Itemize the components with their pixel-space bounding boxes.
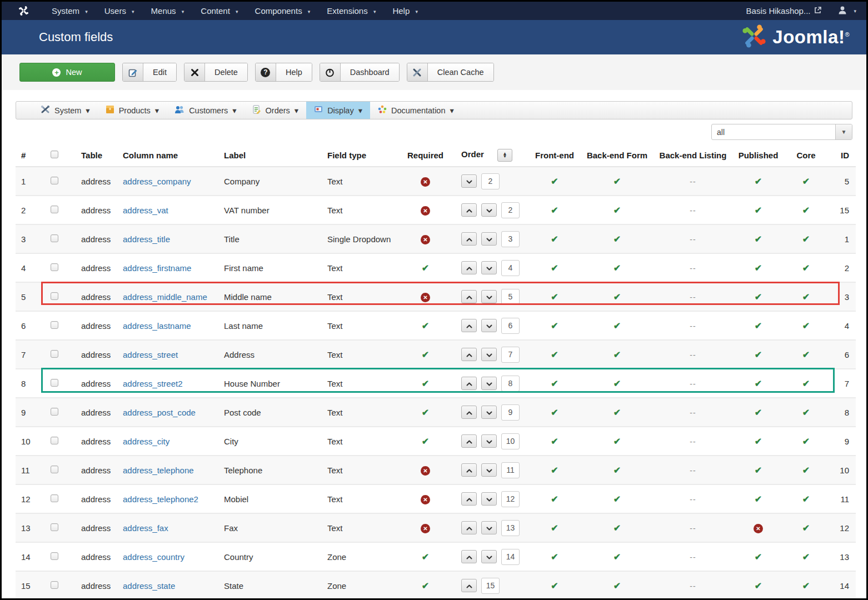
- required-x-circle-icon[interactable]: ✕: [421, 235, 430, 244]
- published-check-icon[interactable]: ✔: [755, 466, 762, 475]
- order-up-button[interactable]: [461, 261, 477, 274]
- row-checkbox[interactable]: [51, 581, 58, 589]
- published-check-icon[interactable]: ✔: [755, 263, 762, 273]
- back-end-form-check-icon[interactable]: ✔: [613, 206, 621, 215]
- menu-components[interactable]: Components ▾: [247, 6, 319, 16]
- front-end-check-icon[interactable]: ✔: [551, 321, 558, 331]
- published-check-icon[interactable]: ✔: [755, 552, 762, 562]
- required-check-icon[interactable]: ✔: [422, 408, 429, 417]
- clean-cache-button[interactable]: Clean Cache: [407, 63, 494, 82]
- row-checkbox[interactable]: [51, 321, 58, 329]
- row-checkbox[interactable]: [51, 379, 58, 387]
- order-input[interactable]: [501, 318, 520, 334]
- column-name-link[interactable]: address_telephone2: [123, 494, 198, 504]
- row-checkbox[interactable]: [51, 206, 58, 213]
- edit-button[interactable]: Edit: [122, 63, 177, 82]
- published-check-icon[interactable]: ✔: [755, 292, 762, 302]
- order-input[interactable]: [501, 404, 520, 421]
- order-input[interactable]: [501, 202, 520, 218]
- order-input[interactable]: [501, 260, 520, 276]
- order-input[interactable]: [501, 433, 520, 449]
- front-end-check-icon[interactable]: ✔: [551, 263, 558, 273]
- back-end-form-check-icon[interactable]: ✔: [613, 523, 621, 533]
- back-end-form-check-icon[interactable]: ✔: [613, 552, 621, 562]
- front-end-check-icon[interactable]: ✔: [551, 379, 558, 388]
- order-input[interactable]: [501, 462, 520, 478]
- order-up-button[interactable]: [461, 406, 477, 419]
- required-check-icon[interactable]: ✔: [422, 437, 429, 446]
- row-checkbox[interactable]: [51, 552, 58, 560]
- back-end-form-check-icon[interactable]: ✔: [613, 437, 621, 446]
- order-up-button[interactable]: [461, 521, 477, 534]
- row-checkbox[interactable]: [51, 494, 58, 502]
- row-checkbox[interactable]: [51, 466, 58, 473]
- required-x-circle-icon[interactable]: ✕: [421, 495, 430, 504]
- order-down-button[interactable]: [481, 377, 497, 390]
- column-name-link[interactable]: address_company: [123, 177, 191, 186]
- order-input[interactable]: [501, 347, 520, 363]
- row-checkbox[interactable]: [51, 177, 58, 184]
- back-end-form-check-icon[interactable]: ✔: [613, 234, 621, 244]
- order-down-button[interactable]: [481, 434, 497, 448]
- order-input[interactable]: [501, 289, 520, 305]
- table-filter-select[interactable]: all ▼: [711, 124, 852, 140]
- order-down-button[interactable]: [481, 348, 497, 361]
- back-end-form-check-icon[interactable]: ✔: [613, 263, 621, 273]
- front-end-check-icon[interactable]: ✔: [551, 523, 558, 533]
- back-end-form-check-icon[interactable]: ✔: [613, 321, 621, 331]
- front-end-check-icon[interactable]: ✔: [551, 206, 558, 215]
- front-end-check-icon[interactable]: ✔: [551, 552, 558, 562]
- delete-button[interactable]: Delete: [184, 63, 248, 82]
- back-end-form-check-icon[interactable]: ✔: [613, 379, 621, 388]
- order-down-button[interactable]: [481, 232, 497, 246]
- hikashop-tab-customers[interactable]: Customers▾: [167, 102, 244, 119]
- select-all-checkbox[interactable]: [51, 151, 58, 158]
- row-checkbox[interactable]: [51, 234, 58, 242]
- front-end-check-icon[interactable]: ✔: [551, 494, 558, 504]
- front-end-check-icon[interactable]: ✔: [551, 466, 558, 475]
- required-check-icon[interactable]: ✔: [422, 552, 429, 562]
- hikashop-tab-system[interactable]: System▾: [33, 102, 98, 119]
- row-checkbox[interactable]: [51, 523, 58, 531]
- order-input[interactable]: [501, 231, 520, 247]
- column-name-link[interactable]: address_lastname: [123, 321, 191, 331]
- front-end-check-icon[interactable]: ✔: [551, 350, 558, 359]
- menu-menus[interactable]: Menus ▾: [143, 6, 193, 16]
- new-button[interactable]: + New: [19, 63, 115, 82]
- front-end-check-icon[interactable]: ✔: [551, 234, 558, 244]
- required-x-circle-icon[interactable]: ✕: [421, 206, 430, 216]
- required-x-circle-icon[interactable]: ✕: [421, 293, 430, 302]
- order-down-button[interactable]: [481, 290, 497, 303]
- front-end-check-icon[interactable]: ✔: [551, 437, 558, 446]
- back-end-form-check-icon[interactable]: ✔: [613, 177, 621, 186]
- back-end-form-check-icon[interactable]: ✔: [613, 581, 621, 591]
- required-x-circle-icon[interactable]: ✕: [421, 524, 430, 533]
- published-check-icon[interactable]: ✔: [755, 350, 762, 359]
- required-x-circle-icon[interactable]: ✕: [421, 177, 430, 187]
- front-end-check-icon[interactable]: ✔: [551, 581, 558, 591]
- required-check-icon[interactable]: ✔: [422, 263, 429, 273]
- row-checkbox[interactable]: [51, 408, 58, 416]
- order-input[interactable]: [501, 376, 520, 392]
- order-up-button[interactable]: [461, 203, 477, 217]
- back-end-form-check-icon[interactable]: ✔: [613, 408, 621, 417]
- published-check-icon[interactable]: ✔: [755, 581, 762, 591]
- order-down-button[interactable]: [481, 406, 497, 419]
- order-input[interactable]: [501, 520, 520, 536]
- row-checkbox[interactable]: [51, 263, 58, 271]
- menu-users[interactable]: Users ▾: [96, 6, 143, 16]
- published-check-icon[interactable]: ✔: [755, 494, 762, 504]
- order-up-button[interactable]: [461, 290, 477, 303]
- column-name-link[interactable]: address_title: [123, 234, 170, 244]
- row-checkbox[interactable]: [51, 350, 58, 358]
- menu-system[interactable]: System ▾: [43, 6, 96, 16]
- column-name-link[interactable]: address_fax: [123, 523, 168, 533]
- back-end-form-check-icon[interactable]: ✔: [613, 494, 621, 504]
- published-check-icon[interactable]: ✔: [755, 379, 762, 388]
- hikashop-tab-orders[interactable]: Orders▾: [245, 102, 307, 119]
- published-check-icon[interactable]: ✔: [755, 408, 762, 417]
- column-name-link[interactable]: address_country: [123, 552, 184, 562]
- column-name-link[interactable]: address_street2: [123, 379, 183, 388]
- menu-content[interactable]: Content ▾: [192, 6, 246, 16]
- order-down-button[interactable]: [481, 492, 497, 506]
